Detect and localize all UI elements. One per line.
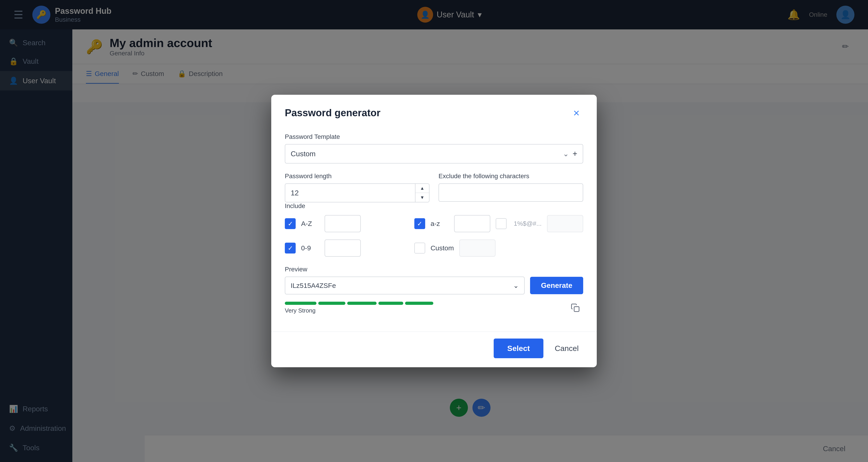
- special-chars-label: 1%$@#...: [514, 220, 541, 227]
- template-group: Password Template Custom ⌄ +: [285, 133, 583, 163]
- chevron-down-icon: ⌄: [563, 150, 569, 158]
- 09-count-wrap: ▲ ▼: [324, 240, 361, 257]
- exclude-input[interactable]: [438, 183, 583, 202]
- include-row-az: ✓ A-Z ▲ ▼: [285, 215, 401, 232]
- copy-button[interactable]: [567, 300, 583, 316]
- preview-value: ILz515A4ZSFe: [291, 282, 336, 289]
- custom-label: Custom: [431, 244, 454, 252]
- template-select-actions: ⌄ +: [563, 149, 577, 158]
- length-up-button[interactable]: ▲: [415, 184, 429, 193]
- length-input[interactable]: [285, 184, 415, 202]
- select-button[interactable]: Select: [494, 339, 544, 358]
- include-row-az-lower: ✓ a-z ▲ ▼ 1%$@#...: [414, 215, 583, 232]
- custom-checkbox[interactable]: [414, 243, 425, 253]
- special-count-input[interactable]: [548, 217, 583, 230]
- 09-checkbox[interactable]: ✓: [285, 243, 296, 253]
- 09-count-input[interactable]: [325, 242, 361, 254]
- length-down-button[interactable]: ▼: [415, 193, 429, 202]
- az-label: A-Z: [301, 220, 319, 227]
- custom-count-wrap: ▲ ▼: [459, 240, 495, 257]
- modal-header: Password generator ×: [271, 95, 597, 126]
- az-lower-checkbox[interactable]: ✓: [414, 218, 425, 229]
- strength-bar-3: [347, 302, 377, 305]
- preview-select[interactable]: ILz515A4ZSFe ⌄: [285, 277, 525, 295]
- length-spinners: ▲ ▼: [415, 184, 429, 202]
- check-icon-2: ✓: [417, 220, 422, 227]
- cancel-button[interactable]: Cancel: [550, 339, 583, 358]
- exclude-label: Exclude the following characters: [438, 173, 583, 180]
- exclude-col: Exclude the following characters: [438, 173, 583, 203]
- length-label: Password length: [285, 173, 430, 180]
- strength-bar-5: [405, 302, 433, 305]
- preview-group: Preview ILz515A4ZSFe ⌄ Generate: [285, 266, 583, 316]
- modal-body: Password Template Custom ⌄ + Password le…: [271, 126, 597, 332]
- 09-label: 0-9: [301, 244, 319, 252]
- password-generator-modal: Password generator × Password Template C…: [271, 95, 597, 367]
- strength-bar-4: [378, 302, 403, 305]
- modal-footer: Select Cancel: [271, 332, 597, 367]
- include-grid: ✓ A-Z ▲ ▼ ✓: [285, 215, 583, 257]
- modal-overlay: Password generator × Password Template C…: [0, 0, 868, 462]
- template-label: Password Template: [285, 133, 583, 141]
- length-col: Password length ▲ ▼: [285, 173, 430, 203]
- preview-row: ILz515A4ZSFe ⌄ Generate: [285, 277, 583, 295]
- include-label: Include: [285, 203, 583, 210]
- svg-rect-0: [574, 307, 579, 312]
- modal-close-button[interactable]: ×: [569, 106, 583, 120]
- strength-area: Very Strong: [285, 300, 583, 316]
- add-template-icon[interactable]: +: [572, 149, 577, 158]
- strength-bars: [285, 302, 433, 305]
- strength-bar-1: [285, 302, 316, 305]
- strength-label: Very Strong: [285, 307, 433, 314]
- az-count-input[interactable]: [325, 217, 361, 230]
- special-count-wrap: ▲ ▼: [547, 215, 583, 232]
- include-group: Include ✓ A-Z ▲ ▼: [285, 203, 583, 257]
- special-checkbox[interactable]: [496, 218, 506, 229]
- preview-label: Preview: [285, 266, 583, 273]
- custom-count-input[interactable]: [460, 242, 495, 254]
- generate-button[interactable]: Generate: [530, 277, 583, 294]
- az-count-wrap: ▲ ▼: [324, 215, 361, 232]
- template-select[interactable]: Custom ⌄ +: [285, 144, 583, 163]
- az-lower-count-input[interactable]: [455, 217, 490, 230]
- check-icon-3: ✓: [288, 244, 293, 252]
- az-lower-count-wrap: ▲ ▼: [454, 215, 490, 232]
- az-checkbox[interactable]: ✓: [285, 218, 296, 229]
- az-lower-label: a-z: [431, 220, 449, 227]
- modal-title: Password generator: [285, 107, 380, 119]
- include-row-09: ✓ 0-9 ▲ ▼: [285, 240, 401, 257]
- strength-left: Very Strong: [285, 302, 433, 314]
- length-exclude-row: Password length ▲ ▼ Exclude the followin…: [285, 173, 583, 203]
- preview-chevron-icon: ⌄: [513, 281, 519, 289]
- check-icon: ✓: [288, 220, 293, 227]
- strength-bar-2: [318, 302, 345, 305]
- include-row-custom: Custom ▲ ▼: [414, 240, 583, 257]
- template-value: Custom: [291, 150, 315, 158]
- length-input-wrap: ▲ ▼: [285, 183, 430, 203]
